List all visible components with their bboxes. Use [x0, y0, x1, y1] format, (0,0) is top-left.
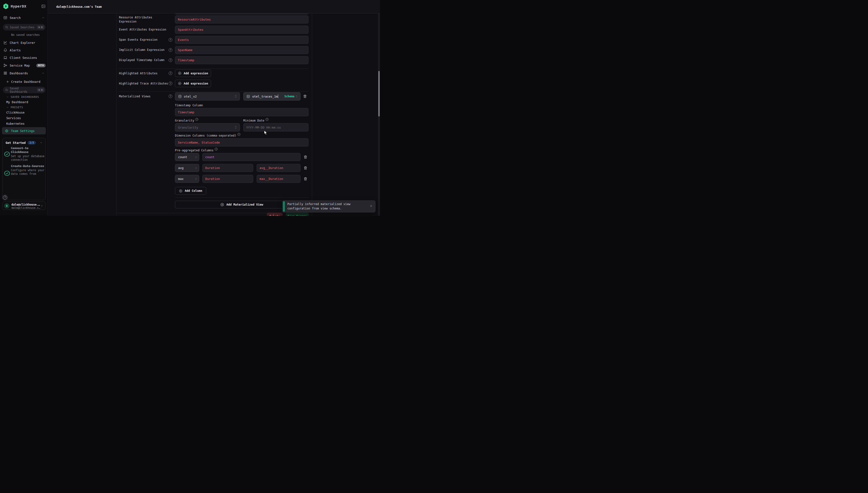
event-attributes-input[interactable]: SpanAttributes: [175, 26, 309, 34]
user-profile[interactable]: D dale@clickhouse.… dale@clickhouse.c…: [2, 201, 46, 210]
section-divider: [119, 68, 309, 69]
saved-dashboards-placeholder: Saved Dashboards: [10, 87, 37, 93]
add-column-button[interactable]: Add Column: [175, 187, 206, 195]
panel-divider-left: [116, 13, 117, 216]
sidebar-section-search[interactable]: Search: [0, 15, 48, 21]
save-source-button[interactable]: Save Source: [286, 213, 309, 216]
table-input-value: otel_traces_1m: [252, 95, 278, 98]
displayed-timestamp-input[interactable]: Timestamp: [175, 56, 309, 64]
task-desc: Configure where your data comes from: [11, 169, 45, 175]
field-label: Displayed Timestamp Column: [119, 58, 169, 62]
group-label: PRESETS: [11, 106, 23, 109]
help-icon[interactable]: ?: [169, 38, 172, 42]
aggregate-fn-select[interactable]: max: [175, 175, 199, 183]
add-expression-button[interactable]: Add expression: [175, 80, 211, 87]
chevron-up-icon[interactable]: [40, 141, 43, 144]
delete-column-icon[interactable]: [303, 155, 308, 159]
check-circle-icon: [4, 152, 10, 157]
check-circle-icon: [4, 171, 10, 176]
help-icon[interactable]: ?: [169, 58, 172, 62]
resource-attributes-input[interactable]: ResourceAttributes: [175, 16, 309, 23]
sidebar-item-services[interactable]: Services: [6, 116, 21, 120]
table-input[interactable]: otel_traces_1m Schema: [243, 92, 301, 101]
delete-source-button[interactable]: Delete: [267, 213, 283, 216]
help-button[interactable]: ?: [2, 194, 8, 200]
saved-searches-placeholder: Saved Searches: [10, 26, 35, 29]
schema-label[interactable]: Schema: [284, 95, 294, 98]
beta-badge: BETA: [36, 64, 45, 67]
delete-column-icon[interactable]: [303, 166, 308, 170]
add-expression-button[interactable]: Add expression: [175, 69, 211, 77]
button-label: Add Column: [185, 189, 202, 193]
button-label: Add expression: [184, 72, 208, 75]
task-title: Add Data: [11, 187, 45, 191]
input-value: SpanAttributes: [178, 28, 203, 31]
help-icon[interactable]: ?: [195, 118, 198, 121]
sidebar-collapse-icon[interactable]: [41, 4, 45, 8]
minimum-date-input[interactable]: YYYY-MM-DD HH:mm:ss: [243, 123, 309, 131]
sidebar-item-service-map[interactable]: Service Map BETA: [0, 62, 48, 68]
saved-dashboards-group[interactable]: SAVED DASHBOARDS: [6, 95, 39, 98]
aggregate-fn-select[interactable]: count: [175, 153, 199, 161]
chevron-up-icon[interactable]: [42, 16, 45, 19]
field-label: Resource Attributes Expression: [119, 16, 169, 24]
database-select[interactable]: otel_v2: [175, 92, 240, 101]
scrollbar-thumb[interactable]: [378, 71, 380, 116]
help-icon[interactable]: ?: [215, 148, 218, 151]
app-logo[interactable]: HyperDX: [0, 3, 48, 10]
minimum-date-placeholder: YYYY-MM-DD HH:mm:ss: [246, 126, 281, 129]
get-started-card: Get Started 2/3 Connect to ClickHouse Se…: [2, 138, 46, 200]
granularity-select[interactable]: Granularity: [175, 123, 240, 131]
help-icon[interactable]: ?: [169, 71, 172, 75]
help-icon[interactable]: ?: [237, 133, 241, 136]
sidebar-item-alerts[interactable]: Alerts: [0, 47, 48, 53]
sidebar-item-chart-explorer[interactable]: Chart Explorer: [0, 40, 48, 46]
minimum-date-label: Minimum Date ?: [243, 119, 268, 122]
sidebar-item-my-dashboard[interactable]: My Dashboard: [6, 100, 28, 104]
delete-column-icon[interactable]: [303, 177, 308, 181]
implicit-column-input[interactable]: SpanName: [175, 46, 309, 54]
avatar: D: [4, 203, 9, 209]
database-select-value: otel_v2: [184, 95, 197, 98]
field-label: Event Attributes Expression: [119, 28, 169, 32]
presets-group[interactable]: PRESETS: [6, 106, 23, 109]
get-started-header[interactable]: Get Started 2/3: [2, 140, 45, 145]
close-icon[interactable]: [370, 205, 373, 208]
chevron-down-icon: [6, 106, 9, 109]
get-started-title: Get Started: [5, 141, 26, 145]
sidebar-item-clickhouse[interactable]: ClickHouse: [6, 111, 24, 114]
aggregate-alias-input[interactable]: avg__Duration: [256, 164, 301, 172]
toast-notification: Partially inferred materialized view con…: [282, 200, 376, 213]
chevron-updown-icon: [195, 177, 197, 180]
sidebar-item-kubernetes[interactable]: Kubernetes: [6, 122, 24, 125]
saved-searches-input[interactable]: Saved Searches ⌘ K: [3, 24, 45, 30]
help-icon[interactable]: ?: [266, 118, 268, 121]
sidebar-section-dashboards[interactable]: Dashboards: [0, 70, 48, 76]
aggregate-alias-input[interactable]: max__Duration: [256, 175, 301, 183]
chevron-right-icon: [40, 205, 43, 207]
scrollbar[interactable]: [378, 13, 380, 216]
help-icon[interactable]: ?: [169, 82, 172, 85]
mv-timestamp-input[interactable]: Timestamp: [175, 108, 309, 116]
aggregate-expr-input[interactable]: Duration: [202, 175, 253, 183]
table-icon: [246, 95, 250, 98]
input-value: SpanName: [178, 48, 192, 52]
sidebar-item-label: Alerts: [10, 48, 21, 52]
sidebar-item-team-settings[interactable]: Team Settings: [2, 127, 46, 134]
laptop-icon: [3, 56, 7, 60]
delete-view-icon[interactable]: [303, 94, 307, 99]
aggregate-expr-input[interactable]: Duration: [202, 164, 253, 172]
help-icon[interactable]: ?: [169, 48, 172, 52]
chevron-up-icon[interactable]: [42, 72, 45, 74]
help-icon[interactable]: ?: [169, 94, 172, 98]
sidebar-item-client-sessions[interactable]: Client Sessions: [0, 55, 48, 61]
team-settings-label: Team Settings: [11, 129, 35, 133]
dimension-columns-input[interactable]: ServiceName, StatusCode: [175, 138, 309, 147]
saved-dashboards-input[interactable]: Saved Dashboards ⌘ K: [3, 87, 45, 93]
span-events-input[interactable]: Events: [175, 36, 309, 44]
bell-icon: [3, 48, 7, 52]
aggregate-fn-select[interactable]: avg: [175, 164, 199, 172]
aggregate-expr-input[interactable]: count: [202, 153, 301, 161]
create-dashboard-button[interactable]: Create Dashboard: [0, 79, 48, 85]
page-title: dale@clickhouse.com's Team: [56, 5, 102, 8]
